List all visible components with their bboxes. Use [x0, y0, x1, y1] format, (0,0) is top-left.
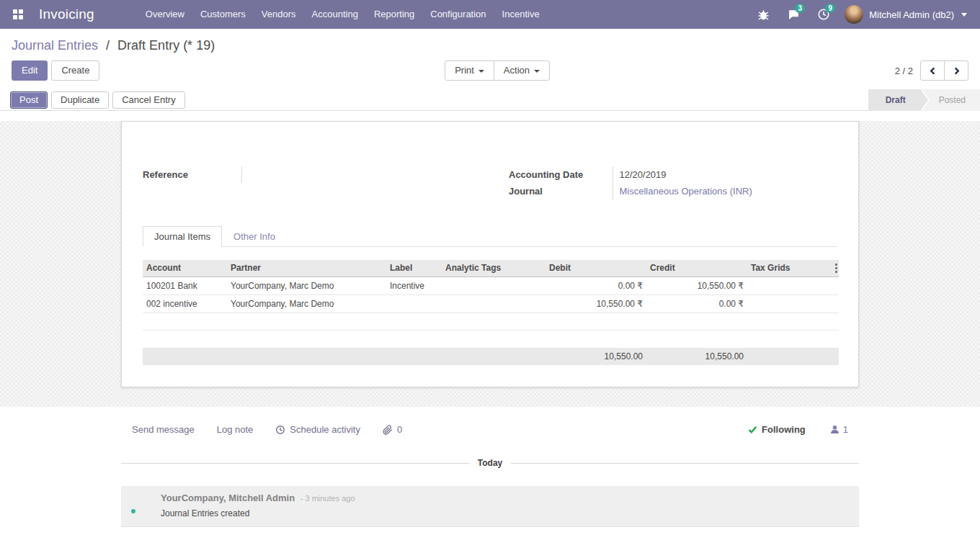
- table-empty-row: [143, 313, 839, 330]
- cancel-entry-button[interactable]: Cancel Entry: [112, 91, 184, 109]
- state-step-draft[interactable]: Draft: [868, 89, 920, 111]
- apps-menu-icon[interactable]: [10, 6, 26, 22]
- debug-bug-icon[interactable]: [751, 0, 775, 29]
- cell-account[interactable]: 002 incentive: [143, 295, 227, 313]
- person-icon: [830, 425, 839, 434]
- cell-analytic-tags[interactable]: [442, 276, 545, 295]
- breadcrumb-current: Draft Entry (* 19): [117, 38, 215, 53]
- followers-button[interactable]: 1: [830, 424, 848, 435]
- cell-account[interactable]: 100201 Bank: [143, 276, 227, 295]
- control-panel: Journal Entries / Draft Entry (* 19) Edi…: [0, 29, 980, 89]
- cell-tax-grids[interactable]: [747, 295, 833, 313]
- send-message-button[interactable]: Send message: [132, 424, 195, 435]
- main-menu: Overview Customers Vendors Accounting Re…: [138, 0, 548, 29]
- pager-next-button[interactable]: [944, 60, 968, 81]
- accounting-date-field-value[interactable]: 12/20/2019: [612, 166, 837, 183]
- cell-label[interactable]: [386, 295, 442, 313]
- post-button[interactable]: Post: [10, 91, 48, 109]
- chatter-message[interactable]: YourCompany, Mitchell Admin - 3 minutes …: [121, 486, 859, 527]
- log-note-button[interactable]: Log note: [217, 424, 254, 435]
- tab-journal-items[interactable]: Journal Items: [143, 226, 222, 247]
- reference-field-value[interactable]: [241, 166, 490, 183]
- cell-credit[interactable]: 10,550.00 ₹: [646, 276, 747, 295]
- menu-item-overview[interactable]: Overview: [138, 0, 192, 29]
- form-sheet: Reference Accounting Date 12/20/2019 Jou…: [121, 121, 859, 387]
- attachments-button[interactable]: 0: [383, 424, 402, 435]
- table-row[interactable]: 100201 Bank YourCompany, Marc Demo Incen…: [143, 276, 839, 295]
- schedule-activity-button[interactable]: Schedule activity: [275, 424, 360, 435]
- chatter-toolbar: Send message Log note Schedule activity …: [121, 407, 859, 448]
- cell-partner[interactable]: YourCompany, Marc Demo: [227, 276, 386, 295]
- user-menu[interactable]: Mitchell Admin (db2): [842, 5, 970, 24]
- table-row[interactable]: 002 incentive YourCompany, Marc Demo 10,…: [143, 295, 839, 313]
- cell-debit[interactable]: 10,550.00 ₹: [545, 295, 646, 313]
- column-header-credit[interactable]: Credit: [646, 260, 747, 276]
- column-header-debit[interactable]: Debit: [545, 260, 646, 276]
- menu-item-customers[interactable]: Customers: [192, 0, 254, 29]
- credit-total: 10,550.00: [646, 348, 747, 365]
- messages-badge: 3: [795, 4, 805, 13]
- breadcrumb: Journal Entries / Draft Entry (* 19): [12, 36, 968, 55]
- cell-partner[interactable]: YourCompany, Marc Demo: [227, 295, 386, 313]
- form-statusbar: Post Duplicate Cancel Entry Draft Posted: [0, 89, 980, 111]
- paperclip-icon: [383, 425, 393, 435]
- user-avatar: [845, 5, 863, 24]
- column-header-tax-grids[interactable]: Tax Grids: [747, 260, 833, 276]
- duplicate-button[interactable]: Duplicate: [51, 91, 109, 109]
- totals-row: 10,550.00 10,550.00: [143, 348, 839, 365]
- pager-previous-button[interactable]: [920, 60, 945, 81]
- action-dropdown-button[interactable]: Action: [494, 60, 550, 81]
- chevron-down-icon: [478, 70, 484, 73]
- check-icon: [748, 425, 757, 434]
- column-header-partner[interactable]: Partner: [227, 260, 386, 276]
- activities-badge: 9: [825, 4, 835, 13]
- debit-total: 10,550.00: [545, 348, 646, 365]
- chatter: Send message Log note Schedule activity …: [0, 407, 980, 527]
- cell-label[interactable]: Incentive: [386, 276, 442, 295]
- column-header-label[interactable]: Label: [386, 260, 442, 276]
- cell-tax-grids[interactable]: [747, 276, 833, 295]
- form-view-background: Reference Accounting Date 12/20/2019 Jou…: [0, 121, 980, 407]
- table-header-row: Account Partner Label Analytic Tags Debi…: [143, 260, 839, 276]
- edit-button[interactable]: Edit: [12, 60, 48, 81]
- journal-items-table: Account Partner Label Analytic Tags Debi…: [143, 260, 839, 331]
- menu-item-vendors[interactable]: Vendors: [254, 0, 304, 29]
- user-name: Mitchell Admin (db2): [869, 9, 954, 20]
- create-button[interactable]: Create: [51, 60, 99, 81]
- activities-clock-icon[interactable]: 9: [811, 0, 836, 29]
- menu-item-configuration[interactable]: Configuration: [422, 0, 494, 29]
- column-header-analytic-tags[interactable]: Analytic Tags: [442, 260, 545, 276]
- column-header-account[interactable]: Account: [143, 260, 227, 276]
- menu-item-accounting[interactable]: Accounting: [304, 0, 366, 29]
- date-divider-label: Today: [469, 458, 511, 468]
- message-author[interactable]: YourCompany, Mitchell Admin: [161, 493, 295, 503]
- chevron-down-icon: [961, 13, 967, 17]
- print-dropdown-button[interactable]: Print: [445, 60, 494, 81]
- reference-field-label: Reference: [143, 166, 241, 183]
- cell-analytic-tags[interactable]: [442, 295, 545, 313]
- top-navbar: Invoicing Overview Customers Vendors Acc…: [0, 0, 980, 29]
- apps-grid-icon: [13, 9, 23, 19]
- optional-columns-header: [833, 260, 839, 276]
- cell-credit[interactable]: 0.00 ₹: [646, 295, 747, 313]
- state-steps: Draft Posted: [868, 89, 980, 111]
- menu-item-reporting[interactable]: Reporting: [366, 0, 422, 29]
- optional-columns-icon[interactable]: [833, 264, 839, 273]
- tab-other-info[interactable]: Other Info: [222, 226, 287, 247]
- breadcrumb-parent-link[interactable]: Journal Entries: [12, 38, 98, 53]
- journal-field-link[interactable]: Miscellaneous Operations (INR): [620, 186, 752, 197]
- app-title[interactable]: Invoicing: [39, 6, 94, 22]
- cell-debit[interactable]: 0.00 ₹: [545, 276, 646, 295]
- pager-counter: 2 / 2: [895, 66, 913, 76]
- following-toggle[interactable]: Following: [748, 424, 806, 435]
- online-status-dot: [130, 508, 137, 515]
- attachment-count: 0: [397, 424, 402, 435]
- menu-item-incentive[interactable]: Incentive: [494, 0, 548, 29]
- breadcrumb-separator: /: [102, 38, 114, 53]
- messages-icon[interactable]: 3: [781, 0, 806, 29]
- accounting-date-field-label: Accounting Date: [509, 166, 612, 183]
- field-group: Reference Accounting Date 12/20/2019 Jou…: [143, 166, 837, 199]
- chevron-down-icon: [534, 70, 540, 73]
- journal-field-label: Journal: [509, 183, 612, 199]
- date-divider: Today: [121, 458, 859, 468]
